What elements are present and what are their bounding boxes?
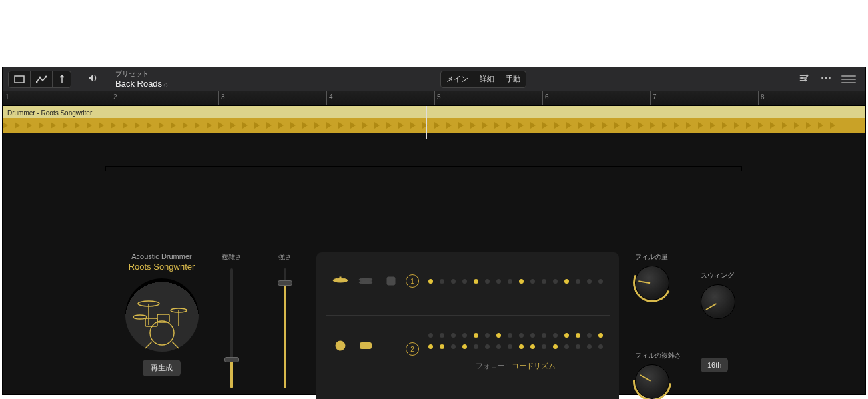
toolbar: プリセット Back Roads◇ メイン 詳細 手動 xyxy=(3,67,865,91)
hihat-icon[interactable] xyxy=(358,275,374,287)
tab-main[interactable]: メイン xyxy=(441,71,474,87)
fill-amount-box: フィルの量 xyxy=(635,252,689,346)
pattern-variation-1[interactable]: 1 xyxy=(406,274,419,288)
fill-complexity-label: フィルの複雑さ xyxy=(635,351,681,360)
pattern-row-2: 2 xyxy=(332,333,603,366)
drummer-panel: Acoustic Drummer Roots Songwriter xyxy=(123,252,755,399)
pattern-editor: 1 2 xyxy=(316,252,619,399)
fill-amount-knob[interactable] xyxy=(635,266,669,300)
follow-row[interactable]: フォロー: コードリズム xyxy=(428,361,603,371)
region-content: document.write(Array.from({length:70}).m… xyxy=(3,118,865,133)
fill-complexity-box: フィルの複雑さ xyxy=(635,351,689,399)
svg-point-9 xyxy=(829,77,831,79)
complexity-label: 複雑さ xyxy=(217,252,247,262)
pattern-dots-2b[interactable] xyxy=(428,344,603,349)
svg-point-6 xyxy=(804,79,807,81)
svg-point-4 xyxy=(806,74,809,77)
svg-point-7 xyxy=(821,77,823,79)
pattern-variation-2[interactable]: 2 xyxy=(406,342,419,356)
list-icon[interactable] xyxy=(841,75,856,83)
preset-name: Back Roads xyxy=(115,79,162,89)
fill-amount-label: フィルの量 xyxy=(635,252,668,262)
svg-point-8 xyxy=(825,77,827,79)
tab-detail[interactable]: 詳細 xyxy=(474,71,500,87)
follow-label: フォロー: xyxy=(476,362,507,370)
cymbal-icon[interactable] xyxy=(332,275,348,287)
drummer-category: Acoustic Drummer xyxy=(123,252,201,260)
swing-knob[interactable] xyxy=(701,284,735,319)
drummer-editor-window: プリセット Back Roads◇ メイン 詳細 手動 1 2 3 4 5 6 … xyxy=(2,67,866,395)
svg-point-17 xyxy=(150,321,174,345)
drummer-column: Acoustic Drummer Roots Songwriter xyxy=(123,252,201,399)
preset-label: プリセット xyxy=(115,69,168,79)
svg-rect-0 xyxy=(15,76,24,83)
follow-value: コードリズム xyxy=(512,362,556,370)
svg-rect-21 xyxy=(340,277,341,280)
svg-point-23 xyxy=(359,281,372,284)
intensity-slider[interactable]: 強さ xyxy=(270,252,300,399)
svg-point-14 xyxy=(133,315,147,319)
drummer-artwork[interactable] xyxy=(125,278,199,352)
more-icon[interactable] xyxy=(820,73,832,85)
snare-icon[interactable] xyxy=(358,340,374,352)
svg-point-5 xyxy=(801,77,804,79)
swing-mode-box: 16th xyxy=(701,354,755,399)
svg-rect-30 xyxy=(360,343,371,348)
swing-box: スウィング xyxy=(701,271,755,346)
fill-complexity-knob[interactable] xyxy=(635,364,669,399)
settings-icon[interactable] xyxy=(799,73,811,85)
swing-mode-button[interactable]: 16th xyxy=(701,358,728,372)
region-lane[interactable]: Drummer - Roots Songwriter document.writ… xyxy=(3,106,865,138)
preset-selector[interactable]: プリセット Back Roads◇ xyxy=(115,69,168,89)
svg-point-27 xyxy=(339,344,342,348)
view-mode-segment xyxy=(8,71,71,88)
audition-icon[interactable] xyxy=(87,73,98,86)
knobs-column: フィルの量 スウィング フィルの複雑さ xyxy=(635,252,755,399)
timeline-ruler[interactable]: 1 2 3 4 5 6 7 8 xyxy=(3,91,865,106)
svg-point-2 xyxy=(39,76,41,78)
kick-icon[interactable] xyxy=(332,340,348,352)
swing-label: スウィング xyxy=(701,271,734,280)
editor-tabs: メイン 詳細 手動 xyxy=(440,71,526,88)
svg-line-18 xyxy=(145,342,152,348)
drummer-style: Roots Songwriter xyxy=(123,262,201,272)
pattern-dots-2a[interactable] xyxy=(428,333,603,338)
intensity-label: 強さ xyxy=(270,252,300,262)
region-name: Drummer - Roots Songwriter xyxy=(5,108,95,117)
svg-rect-24 xyxy=(387,277,395,285)
view-piano-roll[interactable] xyxy=(9,71,30,87)
complexity-slider[interactable]: 複雑さ xyxy=(217,252,247,399)
callout-line xyxy=(424,0,424,167)
tom-icon[interactable] xyxy=(383,275,399,287)
tab-manual[interactable]: 手動 xyxy=(500,71,526,87)
pattern-row-1: 1 xyxy=(332,264,603,298)
sliders-column: 複雑さ 強さ xyxy=(217,252,300,399)
regenerate-button[interactable]: 再生成 xyxy=(143,360,181,376)
view-step[interactable] xyxy=(52,71,71,87)
pattern-dots-1[interactable] xyxy=(428,279,603,284)
view-automation[interactable] xyxy=(30,71,52,87)
svg-line-19 xyxy=(172,342,179,348)
